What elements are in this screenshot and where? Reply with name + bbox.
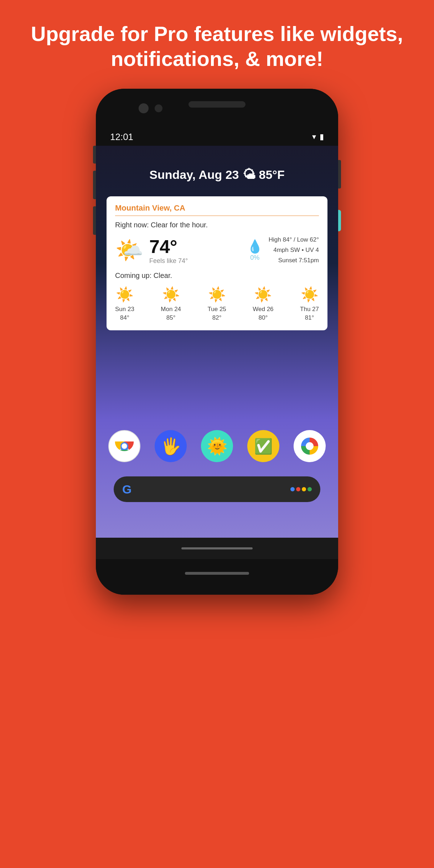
svg-point-5 xyxy=(306,443,314,450)
phone-frame: 12:01 ▾ ▮ Sunday, Aug 23 🌤 85°F Mountain… xyxy=(96,89,338,595)
current-sun-icon: 🌤️ xyxy=(115,237,144,264)
google-g-icon: G xyxy=(122,483,135,496)
wind-uv: 4mph SW • UV 4 xyxy=(269,245,319,255)
weather-app-icon[interactable]: 🌞 xyxy=(201,430,233,462)
current-temp-block: 74° Feels like 74° xyxy=(149,236,241,265)
svg-point-3 xyxy=(122,444,127,449)
chrome-svg xyxy=(112,434,137,459)
widget-condition: Right now: Clear for the hour. xyxy=(115,221,319,229)
forecast-day-2: ☀️ Tue 2582° xyxy=(208,286,226,322)
forecast-day-4: ☀️ Thu 2781° xyxy=(300,286,319,322)
nav-bar xyxy=(96,538,338,559)
promo-header: Upgrade for Pro features like widgets, n… xyxy=(0,21,434,71)
high-low: High 84° / Low 62° xyxy=(269,235,319,245)
weather-date-line: Sunday, Aug 23 🌤 85°F xyxy=(103,167,331,182)
front-camera xyxy=(139,103,149,113)
rain-block: 💧 0% xyxy=(247,239,263,262)
rain-drop-icon: 💧 xyxy=(247,239,263,254)
chrome-app-icon[interactable] xyxy=(108,430,140,462)
vol-down-button xyxy=(93,206,96,235)
home-screen: 🖐️ 🌞 ✅ xyxy=(96,330,338,513)
photos-app-icon[interactable] xyxy=(294,430,326,462)
current-temp: 74° xyxy=(149,236,241,257)
feels-like: Feels like 74° xyxy=(149,257,241,265)
cliphints-app-icon[interactable]: 🖐️ xyxy=(155,430,187,462)
forecast-icon-3: ☀️ xyxy=(254,286,272,303)
battery-icon: ▮ xyxy=(320,132,324,141)
front-sensor xyxy=(155,104,162,112)
forecast-day-0: ☀️ Sun 2384° xyxy=(115,286,134,322)
forecast-icon-0: ☀️ xyxy=(116,286,134,303)
forecast-day-3: ☀️ Wed 2680° xyxy=(253,286,273,322)
nav-pill xyxy=(181,547,253,549)
google-assistant-icon xyxy=(290,487,312,491)
widget-current-row: 🌤️ 74° Feels like 74° 💧 0% High 84° / Lo… xyxy=(115,235,319,266)
basecamp-app-icon[interactable]: ✅ xyxy=(247,430,279,462)
silent-switch xyxy=(93,146,96,164)
forecast-icon-2: ☀️ xyxy=(208,286,226,303)
power-button xyxy=(338,160,341,188)
weather-icon: 🌤 xyxy=(243,167,255,182)
forecast-day-1: ☀️ Mon 2485° xyxy=(161,286,181,322)
svg-text:G: G xyxy=(122,483,131,496)
widget-divider xyxy=(115,216,319,216)
forecast-icon-4: ☀️ xyxy=(301,286,319,303)
status-icons: ▾ ▮ xyxy=(312,132,324,141)
coming-up: Coming up: Clear. xyxy=(115,272,319,280)
phone-top xyxy=(96,89,338,128)
forecast-row: ☀️ Sun 2384° ☀️ Mon 2485° ☀️ Tue 2582° ☀… xyxy=(115,286,319,322)
photos-svg xyxy=(297,434,322,459)
sunset: Sunset 7:51pm xyxy=(269,255,319,266)
forecast-label-3: Wed 2680° xyxy=(253,305,273,322)
forecast-label-0: Sun 2384° xyxy=(115,305,134,322)
widget-location: Mountain View, CA xyxy=(115,203,319,213)
forecast-label-4: Thu 2781° xyxy=(300,305,319,322)
phone-speaker xyxy=(188,101,246,108)
weather-date: Sunday, Aug 23 xyxy=(149,168,239,182)
status-time: 12:01 xyxy=(110,131,133,143)
phone-screen: Sunday, Aug 23 🌤 85°F Mountain View, CA … xyxy=(96,146,338,538)
vol-up-button xyxy=(93,171,96,199)
status-bar: 12:01 ▾ ▮ xyxy=(96,128,338,146)
forecast-label-1: Mon 2485° xyxy=(161,305,181,322)
wifi-icon: ▾ xyxy=(312,132,316,141)
rain-percent: 0% xyxy=(250,254,259,262)
weather-header: Sunday, Aug 23 🌤 85°F xyxy=(96,146,338,196)
app-dock[interactable]: 🖐️ 🌞 ✅ xyxy=(108,430,326,462)
details-block: High 84° / Low 62° 4mph SW • UV 4 Sunset… xyxy=(269,235,319,266)
weather-widget: Mountain View, CA Right now: Clear for t… xyxy=(107,196,327,330)
forecast-icon-1: ☀️ xyxy=(162,286,180,303)
forecast-label-2: Tue 2582° xyxy=(208,305,226,322)
cliphints-icon: 🖐️ xyxy=(161,436,181,456)
phone-bottom xyxy=(96,559,338,595)
google-search-bar[interactable]: G xyxy=(114,476,320,502)
basecamp-icon: ✅ xyxy=(254,438,273,455)
weather-temp: 85°F xyxy=(259,168,285,182)
home-indicator xyxy=(185,572,249,575)
weather-app-icon-emoji: 🌞 xyxy=(207,436,227,456)
